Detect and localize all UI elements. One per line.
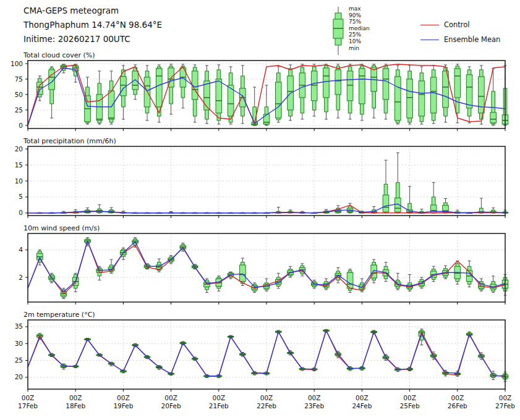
y-tick-label: 100 bbox=[11, 60, 23, 67]
x-tick-date-label: 24Feb bbox=[352, 402, 372, 410]
y-tick-label: 15 bbox=[15, 161, 23, 169]
x-tick-time-label: 00Z bbox=[22, 394, 35, 401]
box-whisker bbox=[407, 275, 413, 292]
box-whisker bbox=[490, 276, 497, 293]
box-whisker bbox=[383, 64, 389, 119]
box-whisker bbox=[144, 65, 150, 120]
x-tick-time-label: 00Z bbox=[451, 394, 464, 401]
box-whisker bbox=[383, 160, 389, 213]
y-tick-label: 5 bbox=[19, 193, 23, 200]
x-tick-time-label: 00Z bbox=[260, 394, 273, 401]
x-tick-date-label: 18Feb bbox=[66, 402, 85, 410]
box-whisker bbox=[121, 248, 127, 259]
y-tick-label: 20 bbox=[15, 373, 23, 380]
x-tick-time-label: 00Z bbox=[499, 394, 512, 401]
y-tick-label: 25 bbox=[15, 106, 23, 114]
x-tick-time-label: 00Z bbox=[213, 394, 226, 401]
x-tick-date-label: 17Feb bbox=[18, 402, 38, 410]
box-whisker bbox=[443, 199, 449, 213]
x-tick-time-label: 00Z bbox=[164, 394, 177, 401]
box-whisker bbox=[359, 64, 365, 120]
box-whisker bbox=[216, 276, 222, 291]
y-tick-label: 50 bbox=[15, 91, 23, 98]
box-whisker bbox=[395, 273, 401, 290]
box-whisker bbox=[216, 65, 222, 124]
box-whisker bbox=[443, 65, 449, 122]
x-tick-date-label: 26Feb bbox=[448, 402, 467, 410]
y-tick-label: 0 bbox=[19, 209, 23, 216]
x-tick-date-label: 22Feb bbox=[257, 402, 276, 410]
y-tick-label: 30 bbox=[15, 340, 23, 347]
panel-cloud: 0255075100Total cloud cover (%) bbox=[11, 51, 508, 131]
box-whisker bbox=[323, 64, 330, 119]
panel-title: 10m wind speed (m/s) bbox=[23, 224, 100, 232]
y-tick-label: 2 bbox=[19, 274, 23, 281]
x-tick-time-label: 00Z bbox=[308, 394, 321, 401]
box-whisker bbox=[311, 64, 317, 116]
box-whisker bbox=[96, 71, 103, 124]
x-tick-time-label: 00Z bbox=[403, 394, 416, 401]
y-tick-label: 35 bbox=[15, 322, 23, 330]
box-whisker bbox=[204, 65, 210, 124]
panel-precip: 05101520Total precipitation (mm/6h) bbox=[15, 137, 508, 218]
box-whisker bbox=[407, 187, 413, 213]
box-whisker bbox=[430, 65, 437, 124]
y-tick-label: 0 bbox=[19, 122, 23, 129]
y-tick-label: 20 bbox=[15, 145, 23, 153]
box-whisker bbox=[454, 64, 461, 123]
x-tick-time-label: 00Z bbox=[356, 394, 369, 401]
x-tick-date-label: 21Feb bbox=[209, 402, 229, 410]
x-tick-date-label: 20Feb bbox=[161, 402, 181, 410]
box-whisker bbox=[466, 67, 472, 123]
panel-temp: 202530352m temperature (°C) bbox=[15, 311, 508, 392]
panel-title: Total cloud cover (%) bbox=[23, 51, 95, 59]
x-tick-time-label: 00Z bbox=[117, 394, 130, 401]
y-tick-label: 10 bbox=[15, 177, 23, 185]
box-whisker bbox=[72, 64, 79, 82]
box-whisker bbox=[347, 64, 353, 119]
panel-title: Total precipitation (mm/6h) bbox=[23, 137, 116, 145]
box-whisker bbox=[263, 85, 270, 125]
box-whisker bbox=[347, 203, 353, 213]
x-tick-date-label: 25Feb bbox=[400, 402, 420, 410]
x-tick-date-label: 19Feb bbox=[113, 402, 133, 410]
box-whisker bbox=[419, 67, 425, 124]
x-tick-date-label: 23Feb bbox=[304, 402, 324, 410]
y-tick-label: 25 bbox=[15, 356, 23, 364]
y-tick-label: 4 bbox=[19, 246, 23, 253]
box-whisker bbox=[299, 64, 305, 119]
box-whisker bbox=[395, 65, 401, 124]
panel-wind: 2410m wind speed (m/s) bbox=[19, 224, 508, 304]
box-whisker bbox=[276, 67, 282, 122]
box-whisker bbox=[371, 206, 377, 212]
box-whisker bbox=[156, 65, 163, 122]
box-whisker bbox=[479, 65, 485, 124]
box-whisker bbox=[479, 198, 485, 213]
box-whisker bbox=[407, 65, 413, 124]
box-whisker bbox=[430, 183, 437, 213]
x-tick-time-label: 00Z bbox=[69, 394, 82, 401]
x-tick-date-label: 27Feb bbox=[495, 402, 515, 410]
box-whisker bbox=[168, 64, 174, 114]
box-whisker bbox=[96, 266, 103, 280]
y-tick-label: 75 bbox=[15, 75, 23, 83]
panel-title: 2m temperature (°C) bbox=[23, 311, 95, 319]
meteogram-chart: 0255075100Total cloud cover (%)05101520T… bbox=[0, 0, 520, 420]
